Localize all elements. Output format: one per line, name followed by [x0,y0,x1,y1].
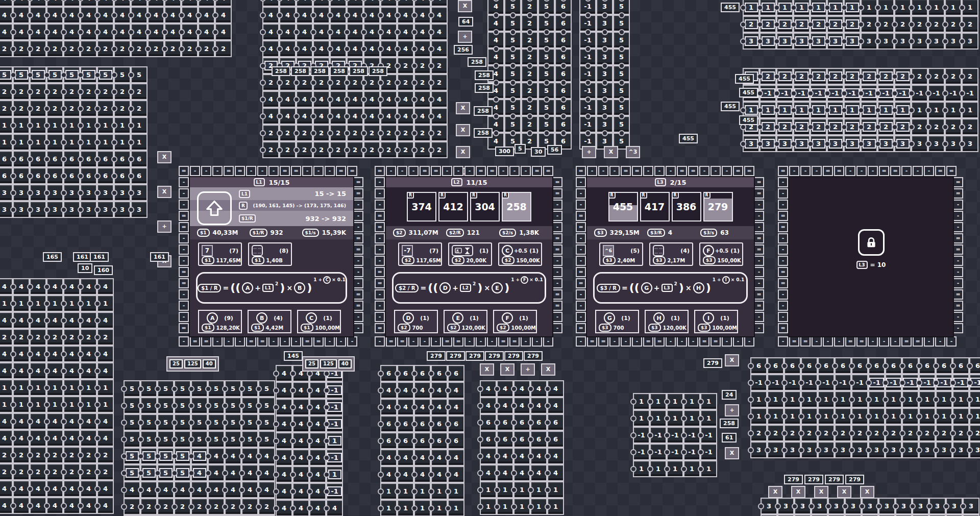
level-tag: L3 [655,178,666,186]
value-node: 279 [504,351,523,361]
letter-upgrade-button[interactable]: E (1) $2 120,00K [444,310,487,333]
frame-socket: - [235,336,245,347]
stat-value: 932 [271,229,283,236]
operator-node[interactable]: X [480,363,494,376]
frame-socket: - [587,166,597,176]
frame-socket: - [754,312,764,322]
operator-node[interactable]: X [456,124,470,136]
number-minus7-icon: -7 [402,245,413,256]
frame-socket: = [710,336,721,347]
letter-upgrade-button[interactable]: G (1) $3 700 [595,310,639,333]
locked-panel[interactable]: L3 = 10 [789,177,953,336]
letter-upgrade-button[interactable]: H (1) $3 120,00K [645,310,689,333]
frame-socket: = [953,289,963,300]
frame-socket: - [375,200,385,210]
value-node: 258 [720,419,739,428]
cost-currency-chip: $3 [603,256,616,264]
value-node: 161 [90,252,109,262]
frame-socket: - [291,336,301,347]
operator-node[interactable]: X [725,354,739,366]
letter-upgrades-row: A (9) $1 128,20K B (4) $1 4,42M [190,306,353,336]
upgrade-count: (7) [229,248,238,254]
letter-upgrade-button[interactable]: B (4) $1 4,42M [248,310,291,333]
operator-node[interactable]: X [500,363,514,376]
frame-socket: = [476,166,486,176]
shop-upgrade-button[interactable]: 7 (7) $1 117,65M [198,242,242,266]
letter-count: (4) [274,315,283,322]
machine-node[interactable]: 2512540 [302,356,355,372]
value-node: 165 [43,252,62,262]
operator-node[interactable]: X [157,186,172,198]
rate-formula: $1 / R = (( A + L1 2 ) × B ) 1 + C × 0.1 [196,272,347,304]
frame-socket: - [654,166,665,176]
shop-upgrade-button[interactable]: (8) $1 1,40B [248,242,292,266]
operator-node[interactable]: X [837,486,851,498]
operator-node[interactable]: X [791,486,805,498]
frame-socket: = [509,336,520,347]
reward-card[interactable]: R 258 [502,192,531,222]
frame-socket: = [654,336,665,347]
operator-node[interactable]: X [725,447,739,459]
shop-upgrade-button[interactable]: (4) $3 2,17M [649,242,693,266]
letter-upgrade-button[interactable]: F (1) $2 100,00M [493,310,537,333]
operator-node[interactable]: + [582,146,596,158]
frame-socket: - [609,166,620,176]
reward-card[interactable]: R 304 [470,192,500,222]
reward-card[interactable]: R 374 [407,192,436,222]
letter-upgrade-button[interactable]: I (1) $3 100,00M [694,310,738,333]
operator-node[interactable]: X [768,486,782,498]
operator-node[interactable]: X [157,151,172,163]
value-node: 455 [739,115,758,125]
frame-socket: - [552,256,562,266]
reward-card[interactable]: R 417 [640,192,670,222]
panel-header: L3 2/15 [587,177,754,187]
value-node: 258 [330,66,349,76]
reward-card[interactable]: R 412 [438,192,468,222]
value-node: 256 [454,45,473,55]
reward-card[interactable]: R 455 [608,192,638,222]
shop-row: -7 (7) $2 117,65M (1) $2 [386,239,552,269]
frame-socket: - [576,200,586,210]
operator-node[interactable]: X [604,146,618,158]
operator-node[interactable]: + [157,220,172,233]
operator-node[interactable]: + [521,363,535,376]
operator-node[interactable]: + [458,31,472,43]
frame-socket: - [179,312,189,322]
reward-card[interactable]: R 386 [672,192,701,222]
letter-upgrade-button[interactable]: D (1) $2 700 [394,310,438,333]
operator-node[interactable]: X [814,486,828,498]
stat-value: 15,39K [322,229,346,236]
operator-node[interactable]: X [456,102,470,114]
machine-node[interactable]: 2512540 [166,356,219,372]
frame-socket: - [336,336,346,347]
shop-upgrade-button[interactable]: (1) $2 20,00K [448,242,492,266]
frame-socket: = [375,323,385,333]
upgrade-arrow-icon[interactable] [197,191,232,225]
frame-socket: - [778,336,788,347]
frame-socket: = [699,336,709,347]
shop-upgrade-button[interactable]: F +0.5 (1) $3 150,00K [699,242,743,266]
equals-sign: = [420,284,426,292]
operator-node[interactable]: X [458,0,472,12]
frame-socket: - [179,177,189,187]
frame-socket: = [688,166,698,176]
shop-upgrade-button[interactable]: ^6 (5) $3 2,40M [599,242,643,266]
exponent-suffix: × 0.1 [731,277,745,282]
frame-socket: = [353,289,363,300]
letter-upgrade-button[interactable]: A (9) $1 128,20K [198,310,242,333]
frame-socket: = [235,166,245,176]
operator-node[interactable]: ^3 [626,146,640,158]
stat-chip: $1/R [250,229,267,237]
operator-node[interactable]: X [541,363,555,376]
operator-node[interactable]: + [725,404,739,416]
frame-socket: - [778,188,788,199]
reward-card[interactable]: R 279 [703,192,733,222]
operator-node[interactable]: X [456,146,470,158]
shop-upgrade-button[interactable]: C +0.5 (1) $2 150,00K [498,242,542,266]
frame-socket: = [552,244,562,255]
operator-node[interactable]: X [860,486,874,498]
letter-upgrade-button[interactable]: C (1) $1 100,00M [297,310,341,333]
shop-upgrade-button[interactable]: -7 (7) $2 117,65M [398,242,442,266]
close-paren: ) [706,282,711,293]
panel-header: L2 11/15 [386,177,552,187]
